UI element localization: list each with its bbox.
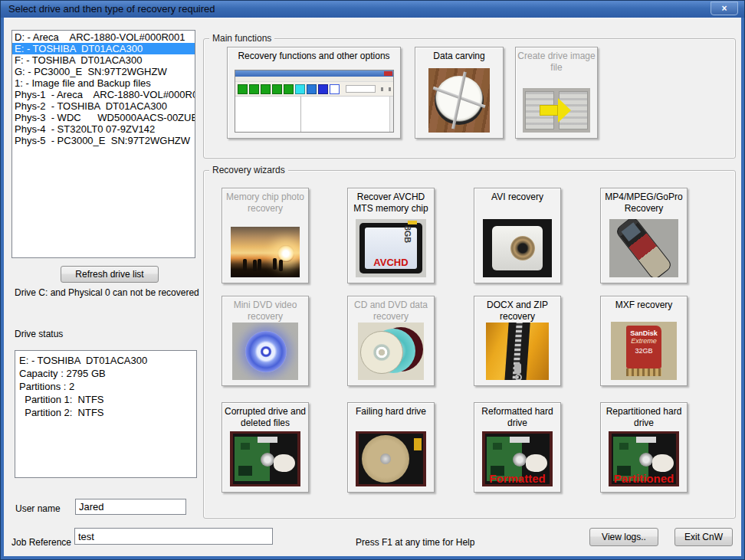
- close-button[interactable]: ×: [711, 2, 738, 15]
- button-label: Reformatted hard drive: [474, 403, 560, 429]
- mini-window-titlebar: [235, 70, 393, 77]
- title-bar[interactable]: Select drive and then type of recovery r…: [1, 1, 744, 18]
- reformatted-hard-drive-button[interactable]: Reformatted hard drive Formatted: [474, 402, 561, 493]
- hdd-spindle-shape: [261, 453, 274, 467]
- hdd-internals-formatted-thumbnail: Formatted: [482, 431, 553, 486]
- avchd-overlay-text: AVCHD: [356, 257, 426, 268]
- drive-status-label: Drive status: [15, 329, 63, 339]
- cd-dvd-data-recovery-button: CD and DVD data recovery: [347, 296, 435, 386]
- mini-scrollbar: [389, 97, 393, 132]
- zipper-thumbnail: [486, 323, 549, 380]
- mini-window-menubar: [235, 77, 393, 82]
- toolbar-icon: [261, 84, 271, 94]
- hdd-actuator-shape: [526, 454, 547, 472]
- drive-list-item[interactable]: G: - PC3000_E SN:97T2WGHZW: [12, 66, 195, 77]
- microsd-capacity-text: 32GB: [626, 345, 661, 355]
- microsd-card-thumbnail: SanDisk Extreme 32GB: [611, 322, 677, 380]
- button-label: Failing hard drive: [348, 403, 434, 418]
- toolbar-icon: [318, 84, 328, 94]
- button-label: Create drive image file: [516, 47, 597, 74]
- status-line: Partitions : 2: [19, 380, 192, 393]
- microsd-model-text: Extreme: [626, 337, 661, 345]
- hdd-label-shape: [510, 437, 530, 443]
- cnw-app-screenshot-thumbnail: [235, 70, 394, 133]
- job-reference-label: Job Reference: [11, 537, 71, 548]
- mini-window-toolbar: [235, 82, 393, 96]
- window-title: Select drive and then type of recovery r…: [8, 3, 215, 15]
- docx-zip-recovery-button[interactable]: DOCX and ZIP recovery: [474, 296, 561, 386]
- toolbar-icon: [284, 84, 294, 94]
- button-label: Repartitioned hard drive: [601, 403, 687, 429]
- people-silhouettes: [243, 259, 247, 270]
- button-label: MP4/MPEG/GoPro Recovery: [601, 188, 687, 215]
- memory-chip-photo-recovery-button: Memory chip photo recovery: [222, 188, 309, 283]
- hdd-open-platter-thumbnail: [356, 431, 426, 486]
- avi-recovery-button[interactable]: AVI recovery: [474, 188, 561, 283]
- repartitioned-hard-drive-button[interactable]: Repartitioned hard drive Partitioned: [600, 402, 688, 493]
- button-label: Mini DVD video recovery: [222, 296, 308, 323]
- status-line: E: - TOSHIBA DT01ACA300: [19, 354, 192, 367]
- mini-search-box: [346, 85, 376, 93]
- corrupted-drive-deleted-files-button[interactable]: Corrupted drive and deleted files: [222, 402, 309, 493]
- mini-toolbar-glyph: [381, 87, 383, 91]
- drive-list-item[interactable]: D: - Areca ARC-1880-VOL#000R001: [12, 31, 195, 43]
- mini-dvd-thumbnail: [232, 323, 298, 380]
- drive-list-item-selected[interactable]: E: - TOSHIBA DT01ACA300: [12, 43, 195, 54]
- user-name-input[interactable]: [75, 499, 186, 515]
- drive-list-item[interactable]: F: - TOSHIBA DT01ACA300: [12, 54, 195, 66]
- mobile-phone-thumbnail: [609, 219, 678, 277]
- recovery-restriction-note: Drive C: and Physical 0 can not be recov…: [15, 287, 199, 298]
- button-label: DOCX and ZIP recovery: [474, 296, 560, 323]
- hdd-spindle-shape: [513, 453, 527, 467]
- hdd-internals-partitioned-thumbnail: Partitioned: [609, 431, 679, 486]
- two-hard-drives-arrow-thumbnail: [523, 88, 590, 133]
- microsd-contacts-shape: [626, 368, 661, 376]
- yellow-arrow-icon: [540, 105, 558, 116]
- hdd-actuator-shape: [652, 454, 674, 472]
- drive-list-item[interactable]: Phys-1 - Areca ARC-1880-VOL#000R001: [12, 89, 195, 100]
- toolbar-icon: [249, 84, 259, 94]
- status-line: Partition 2: NTFS: [19, 406, 192, 419]
- mini-right-pane: [301, 97, 389, 132]
- refresh-drive-list-button[interactable]: Refresh drive list: [61, 266, 159, 283]
- toolbar-icon: [272, 84, 282, 94]
- button-label: Memory chip photo recovery: [222, 188, 308, 215]
- toolbar-icon: [295, 84, 305, 94]
- sunset-beach-thumbnail: [231, 227, 300, 277]
- mini-close-icon: [384, 71, 392, 76]
- dialog-client-area: D: - Areca ARC-1880-VOL#000R001 E: - TOS…: [4, 18, 741, 556]
- toolbar-icon: [307, 84, 317, 94]
- microsd-brand-text: SanDisk: [626, 326, 661, 337]
- drive-list-item[interactable]: Phys-2 - TOSHIBA DT01ACA300: [12, 100, 195, 112]
- button-label: Data carving: [415, 47, 503, 62]
- drive-list-item[interactable]: Phys-4 - ST320LT0 07-9ZV142: [12, 123, 195, 135]
- job-reference-input[interactable]: [74, 528, 273, 545]
- zipper-pull-shape: [514, 363, 521, 374]
- mxf-recovery-button[interactable]: MXF recovery SanDisk Extreme 32GB: [600, 296, 688, 386]
- mini-toolbar-glyph: [389, 87, 391, 91]
- drive-list-item[interactable]: Phys-3 - WDC WD5000AACS-00ZUB01.0: [12, 112, 195, 123]
- hdd-spindle-shape: [639, 453, 653, 467]
- exit-cnw-button[interactable]: Exit CnW: [674, 528, 733, 546]
- failing-hard-drive-button[interactable]: Failing hard drive: [347, 402, 435, 493]
- status-line: Partition 1: NTFS: [19, 393, 192, 406]
- drive-list[interactable]: D: - Areca ARC-1880-VOL#000R001 E: - TOS…: [11, 30, 195, 258]
- recovery-functions-button[interactable]: Recovery functions and other options: [227, 47, 401, 139]
- hdd-spindle-shape: [380, 454, 391, 464]
- drive-list-item[interactable]: 1: - Image file and Backup files: [12, 77, 195, 89]
- data-carving-button[interactable]: Data carving: [415, 47, 504, 139]
- cdr-disc-shape: [360, 331, 403, 374]
- mp4-mpeg-gopro-recovery-button[interactable]: MP4/MPEG/GoPro Recovery: [600, 188, 688, 283]
- hdd-internals-thumbnail: [230, 431, 300, 486]
- button-label: Corrupted drive and deleted files: [222, 403, 308, 429]
- sun-shape: [277, 245, 294, 262]
- drive-list-item[interactable]: Phys-5 - PC3000_E SN:97T2WGHZW: [12, 135, 195, 146]
- recovery-wizards-group-label: Recovery wizards: [209, 165, 288, 175]
- dialog-window: Select drive and then type of recovery r…: [0, 0, 745, 560]
- partitioned-overlay-text: Partitioned: [609, 472, 679, 485]
- status-line: Capacity : 2795 GB: [19, 367, 192, 380]
- view-logs-button[interactable]: View logs..: [589, 528, 658, 546]
- recover-avchd-mts-button[interactable]: Recover AVCHD MTS memory chip 8GB AVCHD: [347, 188, 435, 283]
- compact-camera-thumbnail: [483, 219, 552, 277]
- drive-status-box: E: - TOSHIBA DT01ACA300 Capacity : 2795 …: [15, 350, 197, 478]
